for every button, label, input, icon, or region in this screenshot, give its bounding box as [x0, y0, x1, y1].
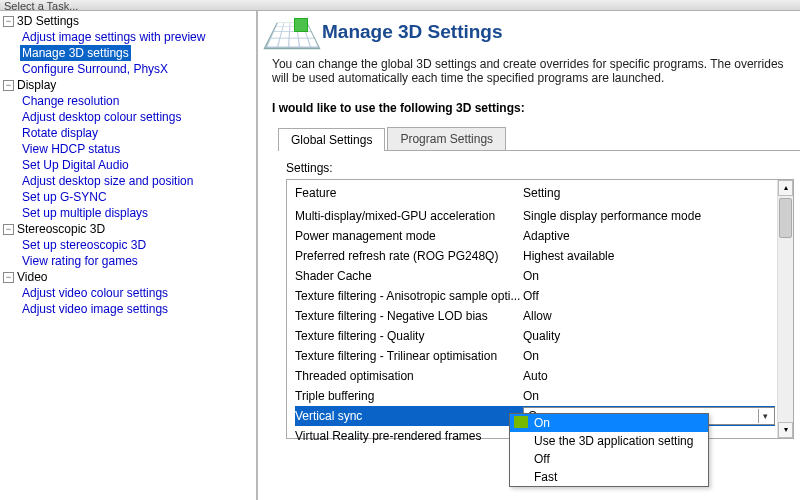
tree-link[interactable]: Set Up Digital Audio — [20, 157, 131, 173]
setting-value: Quality — [523, 329, 775, 343]
tree-category: Display — [17, 77, 56, 93]
setting-feature: Multi-display/mixed-GPU acceleration — [295, 209, 523, 223]
tab-global-settings[interactable]: Global Settings — [278, 128, 385, 151]
tree-link[interactable]: Set up multiple displays — [20, 205, 150, 221]
tree-link[interactable]: Configure Surround, PhysX — [20, 61, 170, 77]
section-label: I would like to use the following 3D set… — [272, 101, 800, 115]
tab-program-settings[interactable]: Program Settings — [387, 127, 506, 150]
setting-feature: Triple buffering — [295, 389, 523, 403]
scroll-down-button[interactable]: ▾ — [778, 422, 793, 438]
setting-value: Highest available — [523, 249, 775, 263]
setting-feature: Vertical sync — [295, 409, 523, 423]
main-panel: Manage 3D Settings You can change the gl… — [258, 11, 800, 500]
tree-toggle-icon[interactable]: − — [3, 224, 14, 235]
dropdown-option[interactable]: Fast — [510, 468, 708, 486]
tree-link[interactable]: Set up G-SYNC — [20, 189, 109, 205]
setting-row[interactable]: Texture filtering - Trilinear optimisati… — [295, 346, 775, 366]
setting-feature: Texture filtering - Negative LOD bias — [295, 309, 523, 323]
dropdown-option[interactable]: Off — [510, 450, 708, 468]
task-bar: Select a Task... — [0, 0, 800, 11]
tree-link[interactable]: Adjust video colour settings — [20, 285, 170, 301]
setting-feature: Texture filtering - Anisotropic sample o… — [295, 289, 523, 303]
settings-label: Settings: — [286, 161, 800, 175]
setting-value: Single display performance mode — [523, 209, 775, 223]
setting-value: On — [523, 389, 775, 403]
tree-toggle-icon[interactable]: − — [3, 16, 14, 27]
tree-toggle-icon[interactable]: − — [3, 272, 14, 283]
tree-category: Stereoscopic 3D — [17, 221, 105, 237]
page-title: Manage 3D Settings — [322, 21, 503, 43]
scroll-up-button[interactable]: ▴ — [778, 180, 793, 196]
setting-row[interactable]: Triple bufferingOn — [295, 386, 775, 406]
setting-value: On — [523, 269, 775, 283]
tree-link[interactable]: View rating for games — [20, 253, 140, 269]
settings-tabs: Global SettingsProgram Settings — [278, 127, 800, 151]
setting-row[interactable]: Threaded optimisationAuto — [295, 366, 775, 386]
tree-link[interactable]: Adjust image settings with preview — [20, 29, 207, 45]
scrollbar[interactable]: ▴ ▾ — [777, 180, 793, 438]
tree-link[interactable]: Rotate display — [20, 125, 100, 141]
setting-row[interactable]: Power management modeAdaptive — [295, 226, 775, 246]
setting-row[interactable]: Shader CacheOn — [295, 266, 775, 286]
tree-link[interactable]: View HDCP status — [20, 141, 122, 157]
scroll-thumb[interactable] — [779, 198, 792, 238]
setting-value: Adaptive — [523, 229, 775, 243]
setting-row[interactable]: Texture filtering - QualityQuality — [295, 326, 775, 346]
setting-value: Off — [523, 289, 775, 303]
nvidia-logo-icon — [514, 416, 528, 428]
setting-row[interactable]: Preferred refresh rate (ROG PG248Q)Highe… — [295, 246, 775, 266]
tree-toggle-icon[interactable]: − — [3, 80, 14, 91]
tree-link[interactable]: Change resolution — [20, 93, 121, 109]
page-intro: You can change the global 3D settings an… — [272, 57, 800, 85]
task-tree[interactable]: −3D SettingsAdjust image settings with p… — [0, 11, 258, 500]
setting-value: Auto — [523, 369, 775, 383]
tree-link[interactable]: Adjust desktop colour settings — [20, 109, 183, 125]
tree-link[interactable]: Manage 3D settings — [20, 45, 131, 61]
header-3d-icon — [272, 15, 312, 49]
tree-category: 3D Settings — [17, 13, 79, 29]
settings-grid: ▴ ▾ Feature Setting Multi-display/mixed-… — [286, 179, 794, 439]
setting-row[interactable]: Texture filtering - Negative LOD biasAll… — [295, 306, 775, 326]
chevron-down-icon[interactable]: ▾ — [758, 409, 772, 423]
setting-feature: Preferred refresh rate (ROG PG248Q) — [295, 249, 523, 263]
setting-feature: Shader Cache — [295, 269, 523, 283]
setting-feature: Texture filtering - Trilinear optimisati… — [295, 349, 523, 363]
tree-category: Video — [17, 269, 47, 285]
column-setting: Setting — [523, 186, 785, 200]
dropdown-option[interactable]: Use the 3D application setting — [510, 432, 708, 450]
setting-feature: Threaded optimisation — [295, 369, 523, 383]
setting-feature: Texture filtering - Quality — [295, 329, 523, 343]
setting-feature: Virtual Reality pre-rendered frames — [295, 429, 523, 443]
setting-row[interactable]: Multi-display/mixed-GPU accelerationSing… — [295, 206, 775, 226]
setting-row[interactable]: Texture filtering - Anisotropic sample o… — [295, 286, 775, 306]
tree-link[interactable]: Set up stereoscopic 3D — [20, 237, 148, 253]
setting-value: Allow — [523, 309, 775, 323]
setting-value: On — [523, 349, 775, 363]
dropdown-option[interactable]: On — [510, 414, 708, 432]
tree-link[interactable]: Adjust video image settings — [20, 301, 170, 317]
tree-link[interactable]: Adjust desktop size and position — [20, 173, 195, 189]
column-feature: Feature — [295, 186, 523, 200]
vsync-dropdown[interactable]: OnUse the 3D application settingOffFast — [509, 413, 709, 487]
setting-feature: Power management mode — [295, 229, 523, 243]
